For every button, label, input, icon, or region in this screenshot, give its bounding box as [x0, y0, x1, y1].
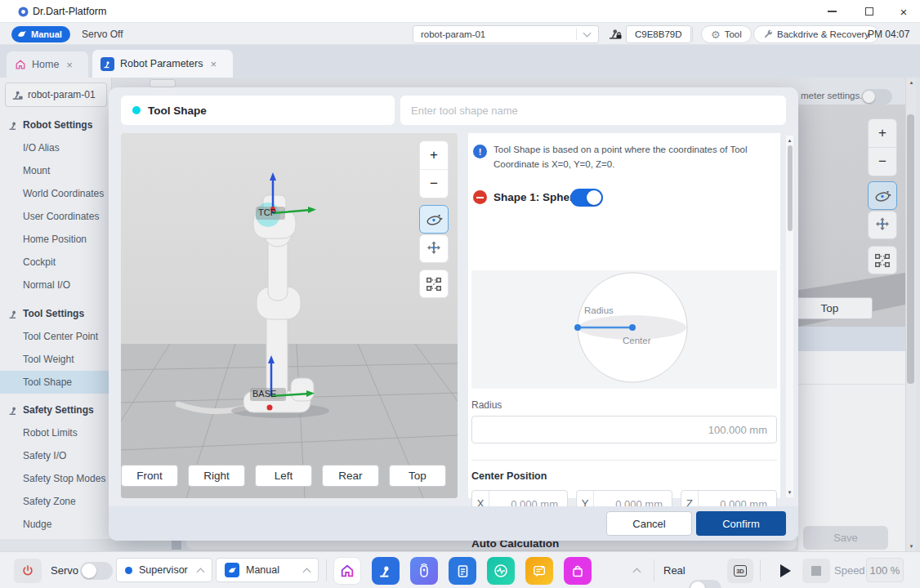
robot-parameters-icon [100, 57, 114, 71]
radius-label: Radius [471, 399, 502, 411]
viewport-zoom-group: + − [419, 140, 449, 198]
param-file-select[interactable]: robot-param-01 [413, 25, 599, 43]
servo-status-text: Servo Off [82, 29, 123, 40]
tab-close-icon[interactable]: × [210, 58, 217, 70]
application-window: Dr.Dart-Platform × Manual Servo Off robo… [0, 0, 920, 588]
tab-robot-parameters[interactable]: Robot Parameters × [92, 50, 233, 78]
chevron-down-icon [583, 29, 592, 38]
cancel-button[interactable]: Cancel [606, 511, 692, 536]
robot-lock-icon [608, 27, 623, 44]
3d-book-icon: 3D [734, 565, 748, 577]
simulator-3d-button[interactable]: 3D [727, 559, 753, 583]
backdrive-recovery-button[interactable]: Backdrive & Recovery [753, 25, 879, 43]
play-icon [780, 564, 791, 577]
manual-mode-icon [225, 563, 239, 577]
app-store-icon[interactable] [564, 557, 592, 585]
stop-icon [811, 566, 821, 576]
app-monitor-icon[interactable] [487, 557, 515, 585]
robot-serial-chip[interactable]: C9E8B79D [626, 25, 691, 43]
tcp-label: TCP [258, 207, 276, 217]
status-dot-icon [132, 106, 141, 114]
dialog-3d-viewport[interactable]: TCP BASE + − Front Right Left Rea [121, 133, 458, 498]
orbit-icon [424, 211, 444, 229]
shape-settings-panel: ! Tool Shape is based on a point where t… [468, 133, 780, 498]
tool-shape-dialog: Tool Shape [109, 87, 798, 541]
diagram-radius-label: Radius [584, 305, 614, 315]
app-logo-icon [18, 6, 29, 16]
minimize-icon [828, 11, 837, 12]
tab-home[interactable]: Home × [7, 51, 88, 78]
maximize-icon [865, 7, 873, 16]
center-position-label: Center Position [471, 470, 547, 482]
diagram-center-label: Center [623, 336, 651, 345]
app-chat-icon[interactable] [525, 557, 553, 585]
play-button[interactable] [771, 559, 799, 583]
radius-field[interactable] [471, 416, 777, 443]
scroll-down-icon[interactable]: ▼ [786, 488, 793, 497]
view-top-button[interactable]: Top [389, 465, 446, 487]
panel-scrollbar-thumb[interactable] [788, 145, 793, 231]
power-icon [21, 564, 34, 577]
stop-button[interactable] [802, 559, 830, 583]
shape-enabled-toggle[interactable] [570, 189, 603, 207]
tool-shape-name-input[interactable] [400, 96, 786, 125]
tab-close-icon[interactable]: × [66, 59, 73, 71]
scroll-up-icon[interactable]: ▲ [786, 136, 793, 145]
maximize-button[interactable] [853, 0, 886, 23]
zoom-in-button[interactable]: + [420, 141, 448, 169]
measure-button[interactable] [419, 270, 449, 298]
title-bar: Dr.Dart-Platform × [0, 0, 920, 23]
role-select[interactable]: Supervisor [116, 558, 212, 582]
chevron-up-icon [197, 568, 205, 576]
robot-3d-scene [121, 133, 458, 498]
tab-bar: Home × Robot Parameters × [0, 45, 920, 78]
role-status-dot [125, 567, 132, 574]
app-document-icon[interactable] [449, 557, 476, 585]
sphere-diagram: Radius Center [471, 270, 777, 389]
bottom-dock-bar: Servo Supervisor Manual [0, 551, 920, 588]
view-rear-button[interactable]: Rear [322, 465, 379, 487]
servo-label: Servo [51, 564, 78, 577]
view-front-button[interactable]: Front [121, 465, 178, 487]
window-title: Dr.Dart-Platform [33, 6, 106, 17]
clock-text: PM 04:07 [868, 29, 909, 40]
pan-icon [425, 240, 443, 258]
app-remote-icon[interactable] [410, 557, 438, 585]
minimize-button[interactable] [815, 0, 848, 23]
home-icon [15, 59, 26, 70]
chevron-up-icon [303, 568, 311, 576]
pan-button[interactable] [419, 234, 449, 263]
measure-icon [425, 275, 443, 293]
orbit-rotate-button[interactable] [419, 205, 449, 234]
mode-select[interactable]: Manual [216, 558, 319, 582]
remove-shape-icon[interactable] [473, 190, 487, 204]
view-left-button[interactable]: Left [255, 465, 312, 487]
tool-button[interactable]: ⚙ Tool [701, 25, 752, 43]
radius-input[interactable] [472, 424, 776, 436]
manual-mode-button[interactable]: Manual [11, 26, 70, 42]
close-button[interactable]: × [887, 0, 920, 23]
app-home-icon[interactable] [333, 557, 361, 585]
app-robot-icon[interactable] [372, 557, 400, 585]
speed-value-box[interactable]: 100 % [866, 558, 904, 582]
real-mode-label: Real [663, 564, 686, 577]
panel-scrollbar[interactable]: ▲ ▼ [785, 135, 794, 498]
view-right-button[interactable]: Right [188, 465, 245, 487]
main-toolbar: Manual Servo Off robot-param-01 C9E8B79D… [0, 23, 920, 45]
close-icon: × [900, 5, 908, 19]
confirm-button[interactable]: Confirm [696, 511, 786, 536]
shape-title: Shape 1: Sphere [493, 191, 580, 203]
speed-label: Speed [834, 564, 865, 577]
manual-mode-icon [17, 30, 27, 38]
power-button[interactable] [14, 559, 42, 583]
info-text: Tool Shape is based on a point where the… [493, 143, 767, 172]
gear-icon: ⚙ [711, 29, 721, 41]
zoom-out-button[interactable]: − [420, 169, 448, 198]
dock-collapse-icon[interactable] [633, 568, 641, 577]
dialog-footer: Cancel Confirm [109, 506, 798, 541]
base-label: BASE [252, 389, 276, 399]
wrench-icon [763, 29, 773, 39]
servo-toggle[interactable] [80, 562, 113, 580]
info-icon: ! [473, 145, 487, 158]
real-mode-toggle[interactable] [689, 580, 721, 588]
